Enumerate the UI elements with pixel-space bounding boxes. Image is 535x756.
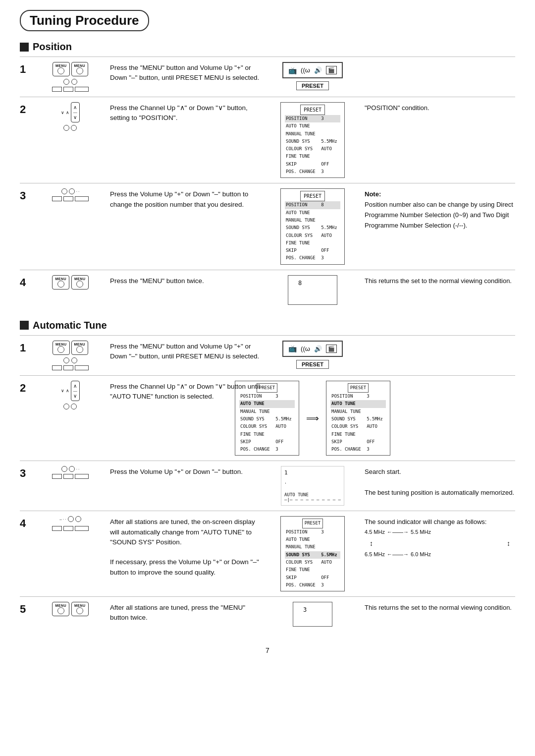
step-visual-at3: 1 ˈ AUTO TUNE –|– – – – – – – – – –: [266, 466, 360, 506]
section-position-header: Position: [33, 41, 72, 53]
auto-tune-step-1: 1 MENU MENU: [20, 335, 515, 375]
position-step-4: 4 MENU MENU Press the "MENU" button twic…: [20, 270, 515, 310]
page-title: Tuning Procedure: [20, 10, 149, 31]
step-visual-at1: 📺 ((ω 🔊 🎬 PRESET: [266, 341, 360, 369]
step-num-at3: 3: [20, 467, 31, 480]
auto-tune-step-5: 5 MENU MENU After all stations are tuned…: [20, 596, 515, 632]
step-num-p4: 4: [20, 276, 31, 289]
section-icon-position: [20, 43, 29, 52]
step-visual-p3: PRESET POSITION8 AUTO TUNE MANUAL TUNE S…: [266, 188, 360, 264]
step-desc-p4: Press the "MENU" button twice.: [110, 275, 261, 286]
section-auto-tune-header: Automatic Tune: [33, 320, 107, 331]
step-icon-p4: MENU MENU: [36, 275, 105, 290]
step-note-p1: [365, 62, 515, 63]
step-icon-p1: MENU MENU: [36, 62, 105, 92]
step-icon-at5: MENU MENU: [36, 602, 105, 616]
step-visual-at2: PRESET POSITION3 AUTO TUNE MANUAL TUNE S…: [266, 381, 360, 456]
step-icon-at2: ∨ ∧ ∧ — ∨: [36, 381, 105, 409]
step-icon-p3: · ·: [36, 188, 105, 201]
position-step-1: 1 MENU MENU: [20, 57, 515, 97]
page-number: 7: [20, 646, 515, 654]
step-icon-at3: · ·: [36, 466, 105, 479]
step-desc-at3: Press the Volume Up "+" or Down "–" butt…: [110, 466, 261, 477]
step-icon-at4: – · ·: [36, 516, 105, 531]
step-note-p3: Note: Position number also can be change…: [365, 188, 515, 231]
position-step-3: 3 · · Press the Volume Up "+" or Down "–…: [20, 183, 515, 269]
section-auto-tune: Automatic Tune 1 MENU MENU: [20, 320, 515, 632]
step-visual-p2: PRESET POSITION3 AUTO TUNE MANUAL TUNE S…: [266, 102, 360, 178]
auto-tune-step-2: 2 ∨ ∧ ∧ — ∨ Press the Channel Up "∧" or …: [20, 375, 515, 461]
step-icon-at1: MENU MENU: [36, 341, 105, 370]
step-num-p2: 2: [20, 103, 31, 116]
step-visual-p1: 📺 ((ω 🔊 🎬 PRESET: [266, 62, 360, 90]
step-desc-at5: After all stations are tuned, press the …: [110, 602, 261, 623]
step-num-at2: 2: [20, 382, 31, 395]
step-num-p1: 1: [20, 63, 31, 76]
auto-tune-step-3: 3 · · Press the Volume Up "+" or Down "–…: [20, 461, 515, 511]
step-icon-p2: ∨ ∧ ∧ — ∨: [36, 102, 105, 131]
step-desc-p3: Press the Volume Up "+" or Down "–" butt…: [110, 188, 261, 210]
step-visual-p4: 8: [266, 275, 360, 305]
step-desc-p2: Press the Channel Up "∧" or Down "∨" but…: [110, 102, 261, 123]
step-note-at5: This returns the set to the normal viewi…: [365, 602, 515, 613]
step-note-at4: The sound indicator will change as follo…: [365, 516, 515, 560]
step-num-p3: 3: [20, 189, 31, 202]
step-note-at3: Search start. The best tuning position i…: [365, 466, 515, 498]
step-num-at5: 5: [20, 603, 31, 616]
step-num-at4: 4: [20, 517, 31, 530]
section-icon-auto-tune: [20, 321, 29, 330]
step-desc-at1: Press the "MENU" button and Volume Up "+…: [110, 341, 261, 362]
step-num-at1: 1: [20, 342, 31, 354]
step-note-p2: "POSITION" condition.: [365, 102, 515, 114]
step-note-at1: [365, 341, 515, 342]
auto-tune-step-4: 4 – · · After all stations are tuned, th…: [20, 511, 515, 596]
section-position: Position 1 MENU MENU: [20, 41, 515, 310]
step-note-at2: [365, 381, 515, 382]
step-desc-p1: Press the "MENU" button and Volume Up "+…: [110, 62, 261, 83]
step-note-p4: This returns the set to the normal viewi…: [365, 275, 515, 287]
step-visual-at5: 3: [266, 602, 360, 627]
step-desc-at4: After all stations are tuned, the on-scr…: [110, 516, 261, 578]
step-visual-at4: PRESET POSITION3 AUTO TUNE MANUAL TUNE S…: [266, 516, 360, 591]
position-step-2: 2 ∨ ∧ ∧ — ∨ Press the Channel Up "∧" or …: [20, 97, 515, 183]
